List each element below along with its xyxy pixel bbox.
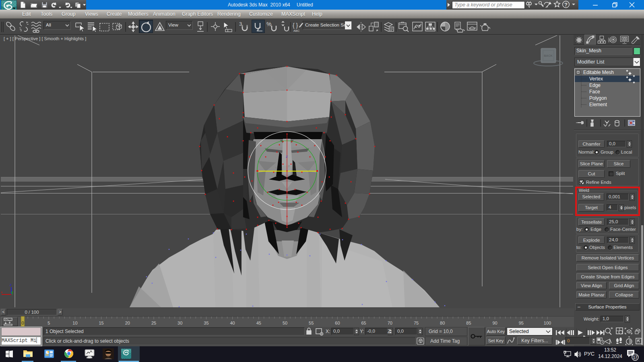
svg-text:30: 30	[178, 321, 182, 325]
svg-text:ABC: ABC	[293, 29, 300, 33]
svg-text:100: 100	[544, 321, 551, 325]
svg-text:%: %	[266, 21, 271, 27]
svg-text:65: 65	[361, 321, 366, 325]
svg-text:Z: Z	[10, 283, 12, 287]
svg-text:55: 55	[309, 321, 314, 325]
svg-text:{ }: { }	[293, 22, 298, 29]
svg-text:70: 70	[388, 321, 392, 325]
svg-text:35: 35	[204, 321, 208, 325]
svg-text:50: 50	[283, 321, 287, 325]
svg-text:?: ?	[564, 2, 568, 8]
svg-text:3: 3	[239, 21, 242, 27]
svg-text:75: 75	[414, 321, 419, 325]
svg-text:5: 5	[47, 321, 50, 325]
svg-text:80: 80	[440, 321, 445, 325]
svg-text:20: 20	[125, 321, 130, 325]
svg-text:x: x	[275, 166, 277, 169]
svg-text:15: 15	[99, 321, 103, 325]
svg-text:y: y	[288, 164, 290, 167]
svg-text:y: y	[12, 291, 13, 295]
svg-text:90: 90	[492, 321, 497, 325]
svg-text:45: 45	[256, 321, 261, 325]
svg-text:95: 95	[519, 321, 524, 325]
svg-text:BACK: BACK	[544, 54, 553, 58]
svg-text:25: 25	[151, 321, 156, 325]
svg-text:0: 0	[21, 321, 24, 325]
svg-text:x: x	[1, 290, 2, 294]
svg-text:17: 17	[633, 355, 638, 360]
svg-text:10: 10	[72, 321, 77, 325]
svg-text:40: 40	[230, 321, 235, 325]
svg-text:85: 85	[466, 321, 471, 325]
svg-text:Z: Z	[286, 155, 288, 158]
svg-text:60: 60	[335, 321, 340, 325]
